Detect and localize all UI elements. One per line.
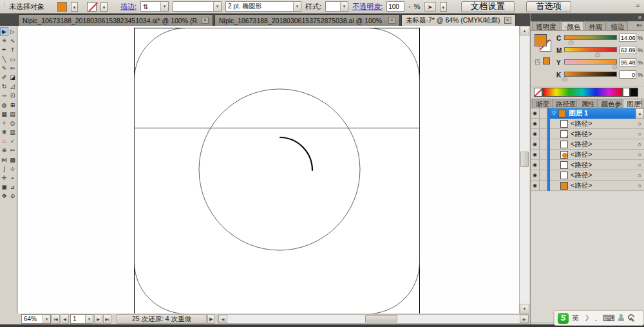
opacity-link[interactable]: 不透明度: bbox=[352, 2, 383, 12]
path-thumbnail[interactable] bbox=[560, 130, 568, 138]
next-artboard-icon[interactable]: ▶ bbox=[94, 314, 102, 324]
panel-menu-icon[interactable]: ▾≡ bbox=[636, 100, 642, 106]
eye-icon[interactable]: ◉ bbox=[531, 181, 540, 191]
tab-appearance[interactable]: 外观 bbox=[585, 21, 606, 30]
path-thumbnail[interactable] bbox=[560, 120, 568, 128]
list-scroll-up-icon[interactable]: ▲ bbox=[636, 108, 644, 119]
brush-definition-combo-arrow[interactable]: ▾ bbox=[293, 2, 301, 11]
ime-language-toggle[interactable]: 英 bbox=[572, 313, 579, 323]
width-profile-combo[interactable]: ▾ bbox=[173, 1, 222, 12]
style-combo[interactable]: ▾ bbox=[325, 1, 348, 12]
pencil-tool[interactable]: ✏ bbox=[8, 64, 17, 73]
tab-gradient[interactable]: 渐变 bbox=[532, 99, 551, 108]
tab-color-guide[interactable]: 颜色参 bbox=[597, 99, 622, 108]
scroll-right-icon[interactable]: ▶ bbox=[520, 315, 529, 323]
cyan-slider[interactable] bbox=[564, 35, 617, 40]
control-bar-grip[interactable] bbox=[4, 2, 5, 11]
close-icon[interactable]: × bbox=[388, 17, 395, 24]
lock-cell[interactable] bbox=[540, 170, 547, 181]
none-color-swatch[interactable] bbox=[534, 88, 542, 97]
target-circle-icon[interactable]: ○ bbox=[638, 152, 641, 158]
path-thumbnail[interactable] bbox=[560, 172, 568, 179]
path-name[interactable]: <路径> bbox=[571, 171, 592, 180]
artboard-combo-arrow[interactable]: ▾ bbox=[85, 315, 93, 323]
page-tool[interactable]: ⊿ bbox=[8, 183, 17, 192]
stroke-color-dropdown[interactable]: ▾ bbox=[100, 2, 108, 12]
lock-cell[interactable] bbox=[540, 129, 547, 139]
layer-thumbnail[interactable] bbox=[558, 110, 566, 117]
cyan-value-input[interactable] bbox=[620, 34, 636, 42]
measure-tool[interactable]: ⊹ bbox=[8, 164, 17, 173]
document-tab-1[interactable]: Nipic_10673188_20180306153823451034.ai* … bbox=[18, 14, 213, 26]
person-icon[interactable] bbox=[618, 314, 624, 322]
symbol-sprayer-tool[interactable]: ❋ bbox=[0, 128, 8, 137]
eyedropper-alt-tool[interactable]: ✛ bbox=[0, 173, 8, 183]
zoom-level-combo[interactable]: 64% ▾ bbox=[21, 314, 51, 324]
style-combo-arrow[interactable]: ▾ bbox=[340, 2, 348, 11]
opacity-input[interactable] bbox=[386, 1, 404, 12]
target-circle-icon[interactable]: ○ bbox=[638, 141, 641, 148]
tab-transparency[interactable]: 透明度 bbox=[532, 21, 560, 30]
path-thumbnail[interactable] bbox=[560, 141, 568, 148]
tab-stroke[interactable]: 描边 bbox=[607, 21, 628, 30]
eye-icon[interactable]: ◉ bbox=[531, 129, 540, 139]
yellow-value-input[interactable] bbox=[620, 58, 636, 66]
black-value-input[interactable] bbox=[620, 70, 636, 79]
free-transform-tool[interactable]: ⊡ bbox=[8, 91, 17, 100]
select-similar-icon[interactable]: ➤ bbox=[424, 2, 436, 12]
black-slider-marker[interactable] bbox=[562, 77, 567, 81]
keyboard-icon[interactable]: ⌨ bbox=[603, 313, 615, 323]
path-name[interactable]: <路径> bbox=[571, 130, 592, 139]
brush-definition-combo[interactable]: 2 pt. 椭圆形 ▾ bbox=[225, 1, 301, 12]
magenta-slider[interactable] bbox=[564, 47, 617, 52]
blend-tool[interactable]: ◎ bbox=[8, 119, 17, 128]
stroke-color-swatch[interactable] bbox=[87, 2, 97, 12]
last-artboard-icon[interactable]: ▶| bbox=[103, 314, 111, 324]
close-icon[interactable]: × bbox=[504, 17, 511, 24]
lock-cell[interactable] bbox=[540, 160, 547, 170]
scribble-tool[interactable]: ∫ bbox=[0, 164, 8, 173]
mesh-tool[interactable]: ▦ bbox=[0, 110, 8, 119]
width-profile-combo-arrow[interactable]: ▾ bbox=[213, 2, 221, 11]
lasso-tool[interactable]: ∿ bbox=[8, 36, 17, 45]
scroll-left-icon[interactable]: ◀ bbox=[218, 315, 227, 323]
punctuation-toggle[interactable]: ， bbox=[592, 313, 600, 323]
lock-cell[interactable] bbox=[540, 150, 547, 160]
selection-tool[interactable]: ▶ bbox=[0, 27, 8, 36]
blob-brush-tool[interactable]: ✐ bbox=[0, 73, 8, 82]
moon-icon[interactable]: ☽ bbox=[582, 313, 589, 322]
path-name[interactable]: <路径> bbox=[571, 140, 592, 149]
eye-icon[interactable]: ◉ bbox=[531, 170, 540, 181]
collapse-panels-icon[interactable]: » bbox=[638, 14, 641, 21]
gamut-color-swatch[interactable] bbox=[543, 57, 550, 64]
white-swatch[interactable] bbox=[623, 88, 630, 97]
layer-name[interactable]: 图层 1 bbox=[569, 109, 588, 118]
path-row-4[interactable]: ◉ <路径> ○ bbox=[531, 150, 644, 160]
scroll-down-icon[interactable]: ▼ bbox=[520, 304, 529, 313]
slice-tool[interactable]: ✂ bbox=[8, 146, 17, 155]
path-row-2[interactable]: ◉ <路径> ○ bbox=[531, 129, 644, 139]
eye-icon[interactable]: ◉ bbox=[531, 108, 540, 119]
paintbrush-tool[interactable]: ✎ bbox=[0, 64, 8, 73]
cyan-slider-marker[interactable] bbox=[569, 40, 574, 44]
shape-builder-tool[interactable]: ◍ bbox=[0, 101, 8, 110]
path-name[interactable]: <路径> bbox=[571, 161, 592, 170]
zoom-tool[interactable]: ⊙ bbox=[8, 192, 17, 201]
stroke-panel-link[interactable]: 描边: bbox=[120, 2, 137, 12]
live-paint-selection-tool[interactable]: ✓ bbox=[8, 137, 17, 146]
lock-cell[interactable] bbox=[540, 181, 547, 191]
fill-color-swatch[interactable] bbox=[57, 2, 67, 12]
live-paint-bucket-tool[interactable]: ♨ bbox=[0, 137, 8, 146]
magenta-value-input[interactable] bbox=[620, 46, 636, 54]
preferences-button[interactable]: 首选项 bbox=[526, 1, 571, 12]
previous-artboard-icon[interactable]: ◀ bbox=[61, 314, 69, 324]
path-thumbnail[interactable] bbox=[560, 182, 568, 190]
color-fill-proxy[interactable] bbox=[535, 35, 546, 46]
canvas[interactable] bbox=[18, 26, 519, 313]
target-circle-icon[interactable]: ○ bbox=[638, 172, 641, 179]
path-row-6[interactable]: ◉ <路径> ○ bbox=[531, 170, 644, 181]
target-circle-icon[interactable]: ○ bbox=[638, 121, 641, 127]
path-name[interactable]: <路径> bbox=[571, 181, 592, 190]
scale-tool[interactable]: ◿ bbox=[8, 82, 17, 91]
status-menu-icon[interactable]: ▶ bbox=[207, 314, 215, 324]
